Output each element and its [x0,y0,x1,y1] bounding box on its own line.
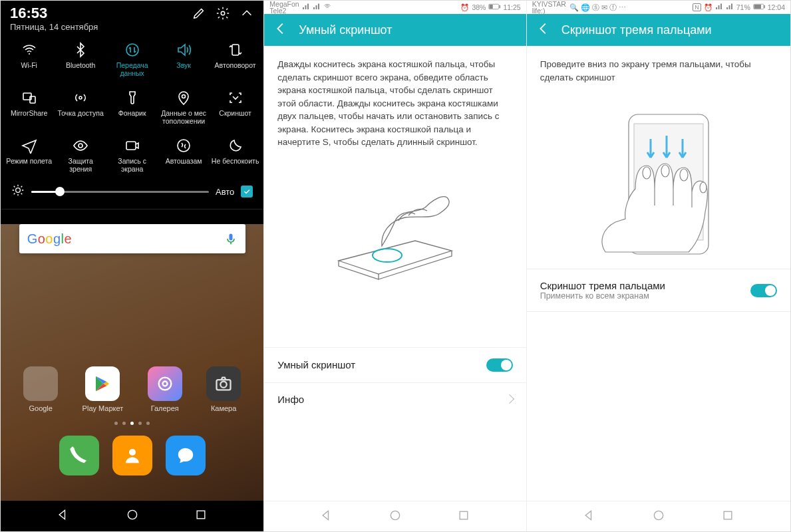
tile-hotspot[interactable]: Точка доступа [55,86,106,128]
nfc-icon: N [693,3,701,11]
dock-contacts[interactable] [112,436,152,475]
nav-recent[interactable] [194,508,208,524]
svg-point-6 [79,96,82,99]
auto-brightness-label: Авто [216,187,234,197]
brightness-row: Авто [1,180,263,209]
mic-icon[interactable] [224,232,237,245]
nav-home[interactable] [126,508,139,524]
nav-bar [527,501,790,531]
status-time: 11:25 [503,3,520,11]
tile-location[interactable]: Данные о мес тоположении [158,86,209,128]
home-screen: Google Google Play Маркет Галерея Камера [1,224,263,531]
svg-rect-9 [126,142,136,150]
signal-icon [726,3,734,12]
svg-point-16 [129,449,136,456]
date-label: Пятница, 14 сентября [10,22,98,32]
nav-recent[interactable] [721,509,734,525]
svg-point-33 [700,182,707,193]
tile-airplane[interactable]: Режим полета [3,134,55,176]
toggle-three-finger[interactable] [750,284,777,297]
chevron-right-icon [505,394,514,404]
svg-point-15 [220,382,226,388]
back-icon[interactable] [273,21,288,39]
tile-torch[interactable]: Фонарик [106,86,158,128]
nav-back[interactable] [57,508,70,524]
description-text: Дважды коснитесь экрана костяшкой пальца… [277,58,512,149]
tile-eyecare[interactable]: Защита зрения [55,134,106,176]
svg-point-8 [79,144,82,148]
nav-back[interactable] [320,509,333,525]
header: Умный скриншот [264,14,526,46]
nav-bar [1,501,263,531]
tile-screenrec[interactable]: Запись с экрана [106,134,158,176]
brightness-slider[interactable] [31,191,209,193]
svg-point-32 [680,169,688,181]
battery-icon [488,3,500,11]
page-indicator [1,422,263,425]
status-bar: MegaFon Tele2 ⏰ 38% 11:25 [264,1,526,14]
clock: 16:53 [10,6,98,21]
status-bar: KYIVSTAR life:) 🔍 🌐 ⓢ ✉ ⓕ ⋯ N ⏰ 71% 12:0… [527,1,790,14]
signal-icon [302,3,310,12]
collapse-icon[interactable] [239,6,254,23]
knuckle-illustration [264,161,526,294]
nav-recent[interactable] [457,509,470,525]
status-time: 12:04 [768,3,785,11]
dock-phone[interactable] [59,436,99,475]
carrier-2: life:) [532,7,566,15]
nav-bar [264,501,526,531]
svg-point-30 [643,167,651,179]
carrier-2: Tele2 [269,7,299,15]
svg-point-11 [16,188,21,193]
back-icon[interactable] [536,21,551,39]
tile-mirrorshare[interactable]: MirrorShare [3,86,55,128]
alarm-icon: ⏰ [704,3,712,12]
tile-wifi[interactable]: Wi-Fi [3,39,55,80]
svg-point-17 [128,510,136,519]
tile-shazam[interactable]: Автошазам [158,134,209,176]
dock-messages[interactable] [166,436,206,475]
header: Скриншот тремя пальцами [527,14,790,46]
nav-home[interactable] [389,509,402,525]
app-gallery[interactable]: Галерея [148,366,182,412]
svg-rect-21 [500,5,501,9]
svg-rect-26 [754,5,761,9]
gear-icon[interactable] [216,6,230,23]
nav-home[interactable] [652,509,665,525]
tile-screenshot[interactable]: Скриншот [210,86,261,128]
quick-settings-grid: Wi-Fi Bluetooth Передача данных Звук Авт… [1,33,263,180]
brightness-icon [11,184,25,200]
google-search-bar[interactable]: Google [19,224,245,253]
svg-rect-3 [232,45,239,55]
nav-back[interactable] [583,509,596,525]
app-playmarket[interactable]: Play Маркет [82,366,124,412]
toggle-smart-screenshot[interactable] [486,358,513,372]
battery-percent: 71% [736,3,750,11]
tile-sound[interactable]: Звук [158,39,209,80]
row-title: Скриншот тремя пальцами [540,280,665,291]
status-icons: 🔍 🌐 ⓢ ✉ ⓕ ⋯ [569,3,626,13]
svg-rect-27 [764,5,765,9]
row-subtitle: Применить ко всем экранам [540,291,665,301]
tile-bluetooth[interactable]: Bluetooth [55,39,106,80]
wifi-icon [323,3,331,12]
smart-screenshot-screen: MegaFon Tele2 ⏰ 38% 11:25 Умный скриншот… [263,1,526,531]
svg-point-0 [222,11,226,15]
svg-rect-24 [460,511,468,519]
auto-brightness-checkbox[interactable] [241,186,253,198]
alarm-icon: ⏰ [460,3,469,12]
tile-autorotate[interactable]: Автоповорот [210,39,261,80]
three-finger-screen: KYIVSTAR life:) 🔍 🌐 ⓢ ✉ ⓕ ⋯ N ⏰ 71% 12:0… [527,1,790,531]
svg-rect-35 [724,511,732,519]
page-title: Умный скриншот [299,23,392,37]
tile-dnd[interactable]: Не беспокоить [210,134,261,176]
row-smart-screenshot[interactable]: Умный скриншот [264,347,526,382]
signal-icon [715,3,723,12]
app-google-folder[interactable]: Google [23,366,58,412]
tile-data[interactable]: Передача данных [106,39,158,80]
edit-icon[interactable] [192,6,206,23]
app-camera[interactable]: Камера [206,366,241,412]
battery-percent: 38% [472,3,486,11]
row-info[interactable]: Инфо [264,382,526,416]
row-three-finger[interactable]: Скриншот тремя пальцами Применить ко все… [527,269,790,312]
